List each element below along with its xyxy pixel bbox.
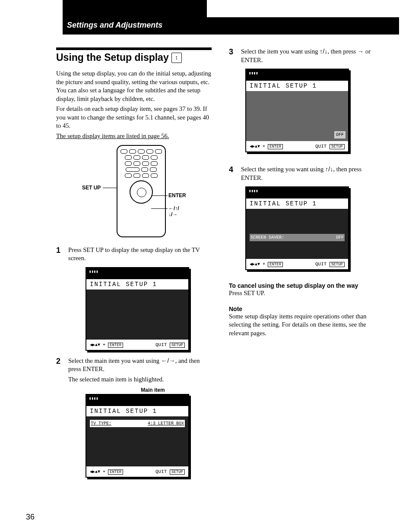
cancel-heading: To cancel using the setup display on the…: [229, 282, 384, 289]
right-column: 3 Select the item you want using ↑/↓, th…: [229, 47, 384, 478]
osd-off-tag: OFF: [334, 131, 345, 139]
intro-paragraph-3: The setup display items are listed in pa…: [56, 132, 212, 141]
step-3-text: Select the item you want using ↑/↓, then…: [241, 47, 384, 64]
note-heading: Note: [229, 305, 384, 312]
left-right-arrow-icon: ←/→: [161, 357, 175, 364]
step-2-text-2: The selected main item is highlighted.: [68, 375, 212, 384]
osd-title: INITIAL SETUP 1: [246, 198, 348, 209]
osd-body: SCREEN SAVER: OFF: [246, 209, 348, 259]
osd-footer: ◀▶▲▼ + ENTER QUIT SETUP: [246, 259, 348, 269]
osd-tabs: ▮▮▮▮: [246, 69, 348, 81]
osd-screen-2: ▮▮▮▮ INITIAL SETUP 1 TV TYPE: 4:3 LETTER…: [86, 394, 189, 478]
section-header: Settings and Adjustments: [63, 17, 399, 35]
osd-title: INITIAL SETUP 1: [246, 81, 348, 91]
osd-tabs: ▮▮▮▮: [86, 395, 188, 406]
osd-screen-1: ▮▮▮▮ INITIAL SETUP 1 ◀▶▲▼ + ENTER QUIT S…: [86, 267, 189, 351]
content-columns: Using the Setup display Using the setup …: [56, 47, 386, 478]
title-block: Using the Setup display: [56, 47, 212, 63]
callout-enter: ENTER: [168, 192, 186, 198]
step-3: 3 Select the item you want using ↑/↓, th…: [229, 47, 384, 152]
step-2-text: Select the main item you want using ←/→,…: [68, 357, 212, 374]
step-1: 1 Press SET UP to display the setup disp…: [56, 246, 212, 351]
osd-footer: ◀▶▲▼ + ENTER QUIT SETUP: [246, 141, 348, 151]
step-4: 4 Select the setting you want using ↑/↓,…: [229, 165, 384, 270]
page-title: Using the Setup display: [56, 52, 212, 63]
remote-wheel-icon: [130, 180, 153, 204]
osd-title: INITIAL SETUP 1: [86, 406, 188, 416]
osd-body: [86, 290, 188, 340]
step-number: 4: [229, 165, 236, 270]
remote-body: [117, 145, 166, 237]
up-down-arrow-icon: ↑/↓: [320, 48, 328, 55]
right-arrow-icon: →: [358, 48, 364, 55]
step-1-text: Press SET UP to display the setup displa…: [68, 246, 212, 263]
callout-arrows: ←/↑/↓/→: [168, 205, 181, 217]
intro-paragraph-1: Using the setup display, you can do the …: [56, 69, 212, 103]
callout-setup: SET UP: [82, 185, 101, 191]
section-title: Settings and Adjustments: [67, 21, 162, 29]
osd-screen-4: ▮▮▮▮ INITIAL SETUP 1 SCREEN SAVER: OFF: [245, 186, 349, 270]
osd-footer: ◀▶▲▼ + ENTER QUIT SETUP: [86, 466, 188, 477]
manual-page: Settings and Adjustments Using the Setup…: [0, 0, 412, 532]
main-item-label: Main item: [94, 387, 212, 393]
remote-control-diagram: SET UP ENTER ←/↑/↓/→: [86, 145, 181, 240]
left-column: Using the Setup display Using the setup …: [56, 47, 212, 478]
step-2: 2 Select the main item you want using ←/…: [56, 357, 212, 478]
step-number: 3: [229, 47, 236, 152]
step-4-text: Select the setting you want using ↑/↓, t…: [241, 165, 384, 182]
step-number: 1: [56, 246, 63, 351]
osd-body: TV TYPE: 4:3 LETTER BOX: [86, 416, 188, 466]
intro-paragraph-2: For details on each setup display item, …: [56, 105, 212, 130]
cancel-body: Press SET UP.: [229, 289, 384, 298]
osd-body: OFF: [246, 91, 348, 141]
osd-title: INITIAL SETUP 1: [86, 279, 188, 290]
osd-footer: ◀▶▲▼ + ENTER QUIT SETUP: [86, 340, 188, 350]
up-down-arrow-icon: ↑/↓: [325, 166, 333, 173]
note-body: Some setup display items require operati…: [229, 312, 384, 338]
osd-tabs: ▮▮▮▮: [86, 268, 188, 279]
page-number: 36: [26, 513, 35, 522]
osd-screen-3: ▮▮▮▮ INITIAL SETUP 1 OFF ◀▶▲▼ + ENTER QU…: [245, 69, 349, 152]
step-number: 2: [56, 357, 63, 478]
osd-tabs: ▮▮▮▮: [246, 187, 348, 198]
header-black-block: [63, 0, 207, 17]
remote-icon: [171, 53, 182, 63]
